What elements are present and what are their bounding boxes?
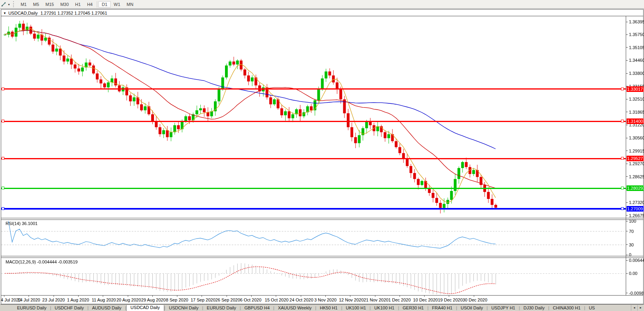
chart-tab-usdchf-daily[interactable]: USDCHF Daily: [51, 305, 87, 311]
rsi-indicator-canvas[interactable]: [1, 219, 626, 256]
price-axis-label: 1.32510: [629, 97, 644, 101]
rsi-axis-label: 70: [629, 229, 634, 234]
level-line-marker: [2, 120, 4, 122]
price-axis-label: 1.31865: [629, 110, 644, 114]
price-axis-tick: [626, 73, 628, 74]
date-axis-label: 15 Oct 2020: [265, 298, 288, 302]
price-level-badge: 1.33017: [627, 86, 644, 92]
level-line-marker: [621, 120, 624, 122]
tab-scroll-right-icon[interactable]: ▸: [637, 305, 644, 311]
timeframe-button-h4[interactable]: H4: [84, 1, 96, 8]
chart-tab-eurusd-daily[interactable]: EURUSD Daily: [203, 305, 240, 311]
date-axis-label: 26 Sep 2020: [215, 298, 240, 302]
level-line-1.28029[interactable]: [1, 188, 626, 189]
date-axis-label: 1 Dec 2020: [388, 298, 411, 302]
chart-tab-eurusd-daily[interactable]: EURUSD Daily: [13, 305, 50, 311]
price-level-badge: 1.31400: [627, 118, 644, 124]
timeframe-button-m5[interactable]: M5: [30, 1, 42, 8]
date-axis-label: 17 Sep 2020: [190, 298, 215, 302]
divider-rsi-macd-a: [1, 256, 644, 256]
plot-border-top: [1, 16, 644, 16]
macd-axis-tick: [626, 273, 628, 274]
timeframe-button-mn[interactable]: MN: [123, 1, 136, 8]
date-axis-tick: [325, 295, 326, 297]
date-axis-tick: [4, 295, 4, 297]
window-border-left: [1, 9, 1, 304]
macd-axis-label: -0.009871: [629, 291, 644, 296]
price-axis-label: 1.35750: [629, 32, 644, 37]
chart-tab-usdjpy-h1[interactable]: USDJPY H1: [488, 305, 519, 311]
timeframe-button-m1[interactable]: M1: [17, 1, 30, 8]
chart-title-symbol: USDCAD,Daily: [8, 11, 38, 15]
rsi-axis-tick: [626, 255, 628, 255]
chart-tab-audusd-daily[interactable]: AUDUSD Daily: [88, 305, 125, 311]
chart-title-marker-icon[interactable]: ▼: [3, 11, 6, 15]
chart-tab-ger30-h1[interactable]: GER30 H1: [399, 305, 427, 311]
chart-tab-usoil-daily[interactable]: USOil Daily: [457, 305, 486, 311]
level-line-1.31400[interactable]: [1, 121, 626, 122]
level-line-marker: [2, 187, 4, 189]
chart-tab-fra40-h1[interactable]: FRA40 H1: [429, 305, 456, 311]
macd-axis-tick: [626, 260, 628, 261]
chart-tab-usdcad-daily[interactable]: USDCAD Daily: [126, 305, 164, 311]
chart-tab-gbpusd-h4[interactable]: GBPUSD H4: [241, 305, 273, 311]
macd-indicator-canvas[interactable]: [1, 258, 626, 295]
timeframe-button-m30[interactable]: M30: [57, 1, 72, 8]
date-axis-label: 12 Nov 2020: [339, 298, 363, 302]
date-axis-tick: [177, 295, 177, 297]
timeframe-toolbar: ▼ M1M5M15M30H1H4D1W1MN: [0, 0, 644, 9]
timeframe-button-h1[interactable]: H1: [72, 1, 84, 8]
timeframe-button-m15[interactable]: M15: [42, 1, 57, 8]
level-line-1.27009[interactable]: [1, 208, 626, 210]
level-line-1.29527[interactable]: [1, 158, 626, 159]
date-axis-tick: [301, 295, 301, 297]
date-axis-tick: [276, 295, 276, 297]
chart-tab-dj30-daily[interactable]: DJ30 Daily: [520, 305, 548, 311]
chart-tab-china300-h1[interactable]: CHINA300 H1: [549, 305, 584, 311]
date-axis-tick: [227, 295, 227, 297]
chart-tab-uk100-h1[interactable]: UK100 H1: [371, 305, 398, 311]
timeframe-button-d1[interactable]: D1: [98, 1, 110, 8]
price-axis-label: 1.30560: [629, 135, 644, 140]
timeframe-button-w1[interactable]: W1: [111, 1, 124, 8]
chart-tab-hk50-h1[interactable]: HK50 H1: [316, 305, 341, 311]
date-axis-label: 19 Dec 2020: [438, 298, 462, 302]
tab-scroll-left-icon[interactable]: ◂: [631, 305, 637, 311]
mt4-application: ▼ M1M5M15M30H1H4D1W1MN ▼ USDCAD,Daily 1.…: [0, 0, 644, 311]
chart-tab-usdcnh-daily[interactable]: USDCNH Daily: [165, 305, 202, 311]
date-axis-label: 6 Oct 2020: [240, 298, 261, 302]
level-line-marker: [621, 157, 624, 160]
window-border-top: [1, 9, 644, 10]
macd-axis-label: 0.00: [629, 271, 637, 276]
price-axis-tick: [626, 125, 628, 125]
rsi-axis-tick: [626, 231, 628, 231]
level-line-1.33017[interactable]: [1, 88, 626, 90]
date-axis-label: 20 Aug 2020: [117, 298, 141, 302]
tool-dropdown-caret[interactable]: ▼: [8, 3, 10, 6]
axis-border-vertical: [626, 16, 626, 295]
toolbar-grip: [13, 1, 15, 7]
rsi-axis-label: 0: [629, 252, 631, 257]
date-axis-tick: [78, 295, 79, 297]
date-axis-tick: [251, 295, 252, 297]
date-axis-label: 30 Dec 2020: [463, 298, 487, 302]
chart-tab-us[interactable]: US: [585, 305, 598, 311]
price-axis-tick: [626, 164, 628, 164]
price-level-badge: 1.29527: [627, 156, 644, 161]
chart-tab-xauusd-weekly[interactable]: XAUUSD Weekly: [274, 305, 315, 311]
chart-tab-uk100-h1[interactable]: UK100 H1: [342, 305, 370, 311]
cursor-tool-icon[interactable]: ▼: [1, 2, 12, 7]
price-axis-tick: [626, 34, 628, 35]
rsi-label: RSI(14) 36.1001: [6, 221, 38, 226]
price-axis-label: 1.27320: [629, 200, 644, 205]
price-axis-label: 1.34460: [629, 58, 644, 63]
price-level-badge: 1.27009: [627, 206, 644, 212]
price-axis-tick: [626, 22, 628, 22]
date-axis-tick: [54, 295, 54, 297]
macd-label: MACD(12,26,9) -0.004444 -0.003519: [6, 259, 78, 264]
price-axis-label: 1.33800: [629, 71, 644, 76]
chart-title-ohlc: 1.27291 1.27352 1.27045 1.27061: [40, 11, 107, 15]
date-axis-label: 11 Aug 2020: [92, 298, 116, 302]
price-axis-tick: [626, 151, 628, 151]
price-axis-tick: [626, 138, 628, 138]
